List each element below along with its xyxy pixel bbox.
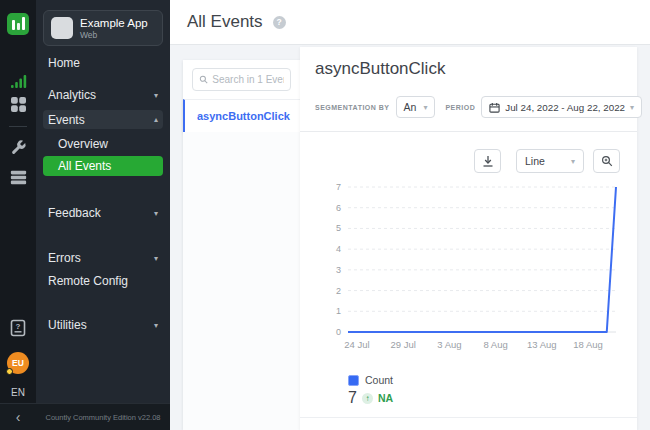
- user-avatar[interactable]: EU: [7, 352, 29, 374]
- version-label: Countly Community Edition v22.08: [36, 413, 170, 422]
- grid-glyph: [10, 96, 27, 113]
- content-area: All Events ? asyncButtonClick: [170, 0, 650, 430]
- trend-value: NA: [378, 392, 393, 404]
- event-list-item-selected[interactable]: asyncButtonClick: [183, 99, 300, 132]
- page-title: All Events: [187, 12, 263, 32]
- page-body: asyncButtonClick asyncButtonClick SEGMEN…: [170, 45, 650, 430]
- section-divider: [300, 417, 637, 418]
- sidebar-item-label: Home: [48, 56, 80, 70]
- chart-type-select[interactable]: Line ▾: [516, 149, 584, 173]
- legend-item-count[interactable]: Count: [348, 374, 637, 386]
- sidebar-item-overview[interactable]: Overview: [36, 136, 170, 152]
- chart-type-value: Line: [525, 155, 545, 167]
- svg-text:13 Aug: 13 Aug: [527, 339, 557, 350]
- svg-text:18 Aug: 18 Aug: [573, 339, 603, 350]
- app-icon: [51, 17, 73, 39]
- management-wrench-icon[interactable]: [10, 139, 27, 156]
- event-name: asyncButtonClick: [197, 110, 290, 122]
- chevron-down-icon: ▾: [423, 103, 427, 112]
- zoom-chart-button[interactable]: [593, 149, 620, 173]
- sidebar-item-feedback[interactable]: Feedback ▾: [36, 205, 170, 221]
- sidebar-item-label: Analytics: [48, 88, 96, 102]
- trend-up-icon: ↑: [362, 393, 373, 404]
- help-icon[interactable]: ?: [273, 16, 286, 29]
- avatar-initials: EU: [12, 358, 24, 368]
- period-label: PERIOD: [445, 104, 475, 111]
- svg-text:4: 4: [336, 244, 341, 254]
- segmentation-value: An: [404, 101, 417, 113]
- sidebar-item-errors[interactable]: Errors ▾: [36, 250, 170, 266]
- sidebar-item-label: All Events: [58, 159, 111, 173]
- icon-rail: ? EU EN: [0, 0, 36, 430]
- chevron-down-icon: ▾: [154, 321, 158, 330]
- analytics-bars-icon[interactable]: [10, 73, 27, 89]
- countly-logo-glyph: [6, 12, 30, 36]
- svg-text:3: 3: [336, 265, 341, 275]
- svg-text:7: 7: [336, 182, 341, 192]
- help-docs-icon[interactable]: ?: [10, 319, 26, 337]
- period-picker[interactable]: Jul 24, 2022 - Aug 22, 2022 ▾: [481, 96, 642, 118]
- line-chart: 0123456724 Jul29 Jul3 Aug8 Aug13 Aug18 A…: [324, 179, 624, 354]
- svg-text:1: 1: [336, 306, 341, 316]
- language-selector[interactable]: EN: [11, 387, 25, 398]
- sidebar-item-label: Feedback: [48, 206, 101, 220]
- chart-toolbar: Line ▾: [300, 132, 637, 173]
- count-total: 7: [348, 389, 357, 407]
- download-chart-button[interactable]: [474, 149, 501, 173]
- sidebar-item-label: Utilities: [48, 318, 87, 332]
- svg-text:5: 5: [336, 223, 341, 233]
- sidebar-item-all-events-active[interactable]: All Events: [43, 156, 163, 176]
- sidebar-item-home[interactable]: Home: [36, 55, 170, 71]
- calendar-icon: [489, 102, 500, 113]
- server-glyph: [10, 169, 27, 186]
- segmentation-select[interactable]: An ▾: [396, 96, 436, 118]
- wrench-glyph: [10, 139, 27, 156]
- sidebar-item-label: Remote Config: [48, 274, 128, 288]
- chevron-down-icon: ▾: [154, 209, 158, 218]
- data-manager-icon[interactable]: [10, 169, 27, 186]
- download-icon: [482, 155, 494, 168]
- countly-logo-icon[interactable]: [6, 12, 30, 36]
- event-title: asyncButtonClick: [315, 59, 627, 79]
- event-detail-panel: asyncButtonClick SEGMENTATION BY An ▾ PE…: [300, 47, 637, 430]
- sidebar-item-label: Overview: [58, 137, 108, 151]
- bars-glyph: [10, 73, 27, 89]
- svg-text:?: ?: [16, 322, 21, 331]
- svg-text:6: 6: [336, 203, 341, 213]
- sidebar-item-label: Errors: [48, 251, 81, 265]
- legend-label: Count: [365, 374, 393, 386]
- app-type: Web: [80, 30, 148, 40]
- magnifier-plus-icon: [601, 155, 613, 167]
- doc-question-glyph: ?: [10, 319, 26, 337]
- event-search-box[interactable]: [192, 68, 291, 91]
- summary-row: 7 ↑ NA: [348, 389, 637, 407]
- chevron-down-icon: ▾: [154, 254, 158, 263]
- collapse-sidebar-icon[interactable]: ‹: [0, 409, 36, 425]
- dashboards-grid-icon[interactable]: [10, 96, 27, 113]
- svg-text:3 Aug: 3 Aug: [437, 339, 461, 350]
- sidebar: Example App Web Home Analytics ▾ Events …: [36, 0, 170, 430]
- app-name: Example App: [80, 17, 148, 30]
- search-icon: [199, 74, 208, 85]
- chevron-down-icon: ▾: [630, 103, 634, 112]
- rail-divider: [9, 126, 27, 127]
- sidebar-footer: ‹ Countly Community Edition v22.08: [0, 403, 170, 430]
- svg-text:2: 2: [336, 286, 341, 296]
- status-dot: [6, 368, 13, 375]
- legend-swatch: [348, 375, 359, 386]
- chevron-down-icon: ▾: [154, 91, 158, 100]
- svg-text:8 Aug: 8 Aug: [483, 339, 507, 350]
- chevron-up-icon: ▴: [154, 115, 158, 124]
- event-detail-header: asyncButtonClick SEGMENTATION BY An ▾ PE…: [300, 47, 637, 132]
- sidebar-nav: Home Analytics ▾ Events ▴ Overview All E…: [36, 55, 170, 333]
- svg-text:29 Jul: 29 Jul: [391, 339, 416, 350]
- sidebar-item-utilities[interactable]: Utilities ▾: [36, 317, 170, 333]
- sidebar-item-label: Events: [48, 113, 85, 127]
- topbar: All Events ?: [170, 0, 650, 45]
- sidebar-item-analytics[interactable]: Analytics ▾: [36, 87, 170, 103]
- sidebar-item-events[interactable]: Events ▴: [43, 110, 163, 129]
- search-input[interactable]: [212, 74, 284, 85]
- sidebar-item-remote-config[interactable]: Remote Config: [36, 273, 170, 289]
- app-selector[interactable]: Example App Web: [43, 10, 163, 46]
- svg-text:0: 0: [336, 327, 341, 337]
